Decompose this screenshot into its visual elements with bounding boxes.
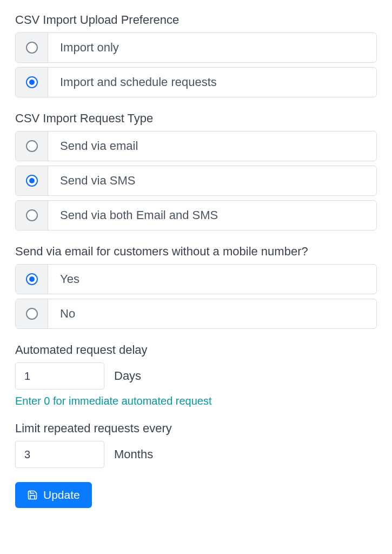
radio-circle-icon (26, 175, 38, 187)
radio-option-yes[interactable]: Yes (15, 264, 377, 294)
csv-request-type-group: Send via email Send via SMS Send via bot… (15, 131, 377, 230)
radio-cell (16, 166, 48, 195)
radio-label: Send via email (48, 131, 376, 161)
radio-circle-icon (26, 308, 38, 320)
radio-label: No (48, 299, 376, 328)
csv-upload-preference-label: CSV Import Upload Preference (15, 13, 377, 27)
radio-label: Send via both Email and SMS (48, 201, 376, 230)
radio-option-no[interactable]: No (15, 299, 377, 329)
radio-circle-icon (26, 140, 38, 152)
csv-upload-preference-group: Import only Import and schedule requests (15, 32, 377, 97)
request-delay-row: Days (15, 362, 377, 390)
radio-label: Import and schedule requests (48, 68, 376, 97)
limit-repeated-unit: Months (114, 447, 153, 461)
radio-label: Yes (48, 265, 376, 294)
radio-dot-icon (29, 178, 35, 183)
radio-dot-icon (29, 276, 35, 282)
send-email-fallback-label: Send via email for customers without a m… (15, 245, 377, 259)
radio-label: Import only (48, 33, 376, 62)
request-delay-section: Automated request delay Days Enter 0 for… (15, 343, 377, 407)
request-delay-helper: Enter 0 for immediate automated request (15, 395, 377, 407)
radio-option-send-both[interactable]: Send via both Email and SMS (15, 200, 377, 230)
csv-request-type-section: CSV Import Request Type Send via email S… (15, 111, 377, 230)
radio-circle-icon (26, 76, 38, 88)
send-email-fallback-section: Send via email for customers without a m… (15, 245, 377, 329)
radio-cell (16, 131, 48, 161)
radio-cell (16, 68, 48, 97)
radio-option-import-schedule[interactable]: Import and schedule requests (15, 67, 377, 97)
radio-cell (16, 299, 48, 328)
limit-repeated-section: Limit repeated requests every Months (15, 421, 377, 468)
radio-dot-icon (29, 80, 35, 85)
limit-repeated-input[interactable] (15, 441, 104, 468)
csv-upload-preference-section: CSV Import Upload Preference Import only… (15, 13, 377, 97)
radio-circle-icon (26, 42, 38, 54)
update-button-label: Update (43, 489, 80, 502)
request-delay-unit: Days (114, 369, 141, 383)
radio-option-import-only[interactable]: Import only (15, 32, 377, 63)
send-email-fallback-group: Yes No (15, 264, 377, 329)
save-icon (27, 490, 38, 500)
radio-cell (16, 265, 48, 294)
radio-cell (16, 201, 48, 230)
limit-repeated-label: Limit repeated requests every (15, 421, 377, 436)
limit-repeated-row: Months (15, 441, 377, 468)
request-delay-input[interactable] (15, 362, 104, 390)
radio-circle-icon (26, 209, 38, 221)
csv-request-type-label: CSV Import Request Type (15, 111, 377, 126)
radio-option-send-email[interactable]: Send via email (15, 131, 377, 161)
radio-option-send-sms[interactable]: Send via SMS (15, 166, 377, 196)
request-delay-label: Automated request delay (15, 343, 377, 357)
radio-circle-icon (26, 273, 38, 285)
radio-label: Send via SMS (48, 166, 376, 195)
radio-cell (16, 33, 48, 62)
update-button[interactable]: Update (15, 482, 92, 508)
